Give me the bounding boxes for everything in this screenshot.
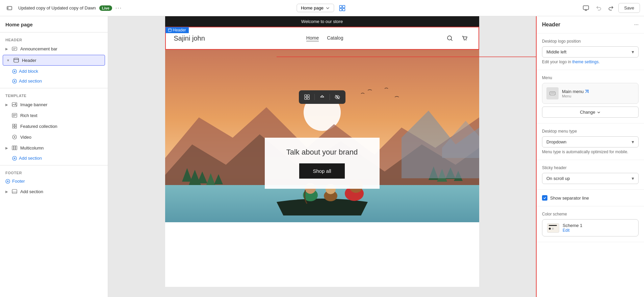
add-block-label: Add block bbox=[19, 69, 38, 74]
featured-collection-icon bbox=[11, 123, 18, 129]
svg-rect-35 bbox=[12, 189, 17, 193]
redo-button[interactable] bbox=[606, 3, 616, 13]
svg-rect-26 bbox=[12, 146, 14, 150]
nav-links: Home Catalog bbox=[306, 35, 343, 41]
card-title: Talk about your brand bbox=[282, 148, 363, 157]
header-preview[interactable]: Header Sajini john Home Catalog bbox=[165, 27, 479, 50]
add-block-button[interactable]: Add block bbox=[0, 66, 44, 76]
svg-line-40 bbox=[451, 40, 453, 41]
logo-position-select[interactable]: Middle left Top left Top center Middle c… bbox=[542, 47, 638, 57]
sticky-header-section: Sticky header On scroll up Always Never … bbox=[537, 160, 644, 190]
shop-all-button[interactable]: Shop all bbox=[299, 163, 344, 179]
add-section-footer-label: Footer bbox=[12, 179, 25, 184]
show-separator-label: Show separator line bbox=[550, 196, 589, 201]
sidebar-title: Home page bbox=[0, 16, 108, 30]
video-label: Video bbox=[20, 135, 31, 140]
sidebar-item-rich-text[interactable]: ▶ Rich text bbox=[0, 110, 108, 121]
nav-bar: Sajini john Home Catalog bbox=[166, 27, 479, 49]
sidebar-item-video[interactable]: ▶ Video bbox=[0, 132, 108, 142]
multicolumn-label: Multicolumn bbox=[20, 145, 44, 151]
menu-label: Menu bbox=[542, 75, 639, 80]
desktop-menu-type-label: Desktop menu type bbox=[542, 129, 639, 134]
sticky-header-select[interactable]: On scroll up Always Never bbox=[542, 173, 638, 184]
svg-rect-3 bbox=[339, 8, 342, 11]
header-badge: Header bbox=[165, 27, 189, 33]
hide-section-button[interactable] bbox=[333, 92, 342, 102]
page-title: Updated copy of Updated copy of Dawn bbox=[18, 5, 96, 10]
desktop-view-button[interactable] bbox=[581, 3, 591, 14]
canvas-wrapper: Welcome to our store Header Sajini john … bbox=[108, 16, 536, 287]
customize-icon-button[interactable] bbox=[337, 3, 347, 14]
svg-point-18 bbox=[15, 104, 16, 105]
svg-rect-53 bbox=[305, 95, 307, 97]
svg-rect-37 bbox=[168, 29, 171, 32]
change-menu-button[interactable]: Change bbox=[542, 107, 639, 118]
page-selector-label: Home page bbox=[301, 5, 324, 10]
header-section-label: HEADER bbox=[0, 35, 108, 43]
image-banner-label: Image banner bbox=[20, 102, 47, 107]
sidebar-item-image-banner[interactable]: ▶ Image banner bbox=[0, 99, 108, 110]
expand-icon: ▼ bbox=[6, 59, 10, 62]
right-panel: Header ··· Desktop logo position Middle … bbox=[536, 16, 644, 297]
svg-rect-4 bbox=[342, 8, 345, 11]
show-separator-row: Show separator line bbox=[542, 195, 639, 201]
sidebar-item-footer[interactable]: ▶ Add section bbox=[0, 186, 108, 197]
rich-text-icon bbox=[11, 112, 18, 118]
nav-link-home[interactable]: Home bbox=[306, 35, 319, 41]
scheme-card[interactable]: Scheme 1 Edit bbox=[542, 219, 639, 236]
sidebar-item-featured-collection[interactable]: ▶ Featured collection bbox=[0, 121, 108, 132]
main-menu-name: Main menu bbox=[562, 89, 589, 94]
menu-sub-label: Menu bbox=[562, 94, 589, 98]
sidebar-item-announcement-bar[interactable]: ▶ Announcement bar bbox=[0, 43, 108, 54]
color-scheme-label: Color scheme bbox=[542, 212, 639, 216]
add-section-footer-button[interactable]: Footer bbox=[0, 176, 30, 186]
topbar: Updated copy of Updated copy of Dawn Liv… bbox=[0, 0, 644, 16]
template-section-label: TEMPLATE bbox=[0, 90, 108, 99]
svg-rect-27 bbox=[14, 146, 15, 150]
sidebar-item-header[interactable]: ▼ Header bbox=[3, 55, 105, 66]
back-button[interactable] bbox=[4, 3, 15, 14]
expand-icon: ▶ bbox=[5, 146, 8, 150]
cart-icon-button[interactable] bbox=[459, 33, 470, 44]
svg-rect-59 bbox=[550, 92, 555, 95]
svg-rect-9 bbox=[14, 58, 19, 62]
color-scheme-section: Color scheme Scheme 1 Edit bbox=[537, 206, 644, 242]
header-icon bbox=[13, 57, 19, 63]
svg-rect-5 bbox=[583, 6, 589, 9]
save-button[interactable]: Save bbox=[618, 3, 640, 13]
expand-icon: ▶ bbox=[5, 103, 8, 107]
svg-rect-2 bbox=[342, 5, 345, 8]
featured-collection-label: Featured collection bbox=[20, 124, 57, 129]
sidebar-item-multicolumn[interactable]: ▶ Multicolumn bbox=[0, 142, 108, 153]
add-section-template-button[interactable]: Add section bbox=[0, 153, 47, 163]
page-selector[interactable]: Home page bbox=[297, 4, 334, 12]
rich-text-label: Rich text bbox=[20, 113, 37, 118]
theme-settings-link[interactable]: theme settings bbox=[572, 60, 598, 64]
search-icon-button[interactable] bbox=[444, 33, 455, 44]
add-section-header-label: Add section bbox=[19, 78, 42, 84]
add-section-header-button[interactable]: Add section bbox=[0, 76, 47, 86]
nav-link-catalog[interactable]: Catalog bbox=[327, 35, 343, 41]
video-icon bbox=[11, 134, 18, 140]
desktop-menu-type-select-wrapper: Dropdown Drawer Mega menu ▼ bbox=[542, 136, 639, 147]
topbar-left: Updated copy of Updated copy of Dawn Liv… bbox=[4, 3, 577, 14]
logo-position-label: Desktop logo position bbox=[542, 39, 639, 44]
menu-card-icon bbox=[546, 87, 559, 99]
desktop-menu-type-select[interactable]: Dropdown Drawer Mega menu bbox=[542, 137, 638, 147]
svg-point-41 bbox=[464, 40, 465, 41]
undo-button[interactable] bbox=[594, 3, 603, 13]
scheme-edit-link[interactable]: Edit bbox=[563, 228, 634, 233]
move-up-button[interactable] bbox=[317, 92, 327, 102]
separator-section: Show separator line bbox=[537, 190, 644, 206]
image-banner-icon bbox=[11, 101, 18, 108]
svg-rect-6 bbox=[12, 47, 17, 50]
edit-content-button[interactable] bbox=[302, 92, 312, 102]
logo-position-section: Desktop logo position Middle left Top le… bbox=[537, 33, 644, 70]
expand-icon: ▶ bbox=[5, 190, 8, 193]
show-separator-checkbox[interactable] bbox=[542, 195, 547, 201]
store-preview: Welcome to our store Header Sajini john … bbox=[165, 16, 479, 287]
edit-toolbar bbox=[299, 90, 345, 104]
panel-more-button[interactable]: ··· bbox=[634, 22, 639, 28]
more-options-button[interactable]: ··· bbox=[115, 5, 122, 11]
topbar-right: Save bbox=[581, 3, 640, 14]
